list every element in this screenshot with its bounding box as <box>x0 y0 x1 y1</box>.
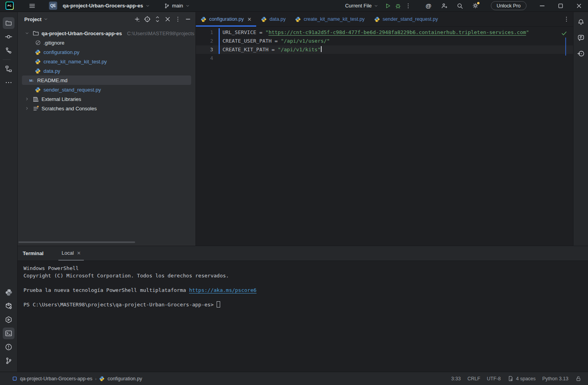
ai-assistant-button[interactable] <box>575 32 587 44</box>
tree-item-qa-project-urban-grocers-app-es[interactable]: qa-project-Urban-Grocers-app-esC:\Users\… <box>18 29 195 38</box>
terminal-tab-local[interactable]: Local ✕ <box>58 246 84 261</box>
main-menu-button[interactable] <box>27 1 37 11</box>
status-encoding[interactable]: UTF-8 <box>487 376 501 381</box>
ai-assistant-titlebar-button[interactable]: @ <box>423 1 434 11</box>
tree-item-readme.md[interactable]: M↓README.md <box>22 76 191 85</box>
editor-tab-sender_stand_request.py[interactable]: sender_stand_request.py <box>369 12 443 26</box>
status-caret-position[interactable]: 3:33 <box>451 376 461 381</box>
run-button[interactable] <box>383 1 393 11</box>
notifications-button[interactable] <box>575 16 587 28</box>
editor-tab-data.py[interactable]: data.py <box>256 12 290 26</box>
at-spiral-icon: @ <box>426 2 432 9</box>
project-badge[interactable]: QE <box>49 2 57 10</box>
hide-panel-button[interactable] <box>183 14 193 24</box>
project-tool-button[interactable] <box>3 17 14 29</box>
version-control-tool-button[interactable] <box>3 355 14 367</box>
status-line-separator[interactable]: CRLF <box>467 376 480 381</box>
tree-item-sender-stand-request.py[interactable]: sender_stand_request.py <box>18 85 195 94</box>
line-number[interactable]: 3 <box>196 45 213 54</box>
terminal-output[interactable]: Windows PowerShellCopyright (C) Microsof… <box>18 261 588 308</box>
project-widget-name: qa-project-Urban-Grocers-app-es <box>63 3 143 9</box>
project-tree[interactable]: qa-project-Urban-Grocers-app-esC:\Users\… <box>18 26 195 113</box>
editor-tab-create_kit_name_kit_test.py[interactable]: create_kit_name_kit_test.py <box>290 12 369 26</box>
terminal-tool-button[interactable] <box>3 327 14 339</box>
text-caret <box>321 46 322 52</box>
chevron-right-icon[interactable] <box>24 96 30 102</box>
expand-all-button[interactable] <box>152 14 163 24</box>
horizontal-scrollbar-thumb[interactable] <box>18 241 135 243</box>
settings-button[interactable] <box>470 1 481 11</box>
chevron-down-icon[interactable] <box>24 31 30 36</box>
tab-list-button[interactable] <box>560 12 573 26</box>
git-branch-icon <box>164 3 170 9</box>
python-console-tool-button[interactable] <box>3 286 14 298</box>
tab-close-icon[interactable]: ✕ <box>247 16 251 22</box>
learn-button[interactable] <box>575 48 587 59</box>
project-widget[interactable]: qa-project-Urban-Grocers-app-es <box>60 1 153 11</box>
collapse-icon <box>164 16 171 23</box>
terminal-tab-close-icon[interactable]: ✕ <box>77 250 81 256</box>
folder-icon <box>5 20 12 27</box>
inspections-ok-icon[interactable] <box>561 30 568 37</box>
search-everywhere-button[interactable] <box>455 1 465 11</box>
run-configuration-widget[interactable]: Current File <box>345 3 379 9</box>
structure-tool-button[interactable] <box>3 63 14 75</box>
tree-item-label: sender_stand_request.py <box>43 87 101 93</box>
terminal-link[interactable]: https://aka.ms/pscore6 <box>189 287 257 293</box>
debug-button[interactable] <box>393 1 403 11</box>
tree-item-configuration.py[interactable]: configuration.py <box>18 47 195 57</box>
collapse-all-button[interactable] <box>163 14 173 24</box>
tree-item-create-kit-name-kit-test.py[interactable]: create_kit_name_kit_test.py <box>18 57 195 66</box>
pull-request-icon <box>5 47 13 54</box>
python-file-icon <box>99 376 105 381</box>
line-number[interactable]: 4 <box>196 54 213 63</box>
code-editor[interactable]: 1URL_SERVICE = "https://cnt-c91a2d5f-c98… <box>196 27 573 246</box>
minimize-icon <box>539 2 546 9</box>
panel-options-button[interactable] <box>173 14 183 24</box>
run-config-label: Current File <box>345 3 372 9</box>
code-with-me-button[interactable] <box>439 1 449 11</box>
tree-item-scratches-and-consoles[interactable]: Scratches and Consoles <box>18 104 195 113</box>
problems-tool-button[interactable] <box>3 341 14 353</box>
chevron-right-icon[interactable] <box>24 106 30 111</box>
code-line-3: 3CREATE_KIT_PATH = "/api/v1/kits" <box>196 45 573 54</box>
editor-tab-configuration.py[interactable]: configuration.py✕ <box>196 12 256 26</box>
tree-item-data.py[interactable]: data.py <box>18 66 195 76</box>
services-tool-button[interactable] <box>3 314 14 326</box>
vcs-widget[interactable]: main <box>161 1 193 11</box>
package-icon <box>5 302 13 310</box>
problems-icon <box>5 343 13 351</box>
minimize-button[interactable] <box>533 0 551 12</box>
status-lock[interactable] <box>575 375 582 382</box>
structure-icon <box>5 65 13 73</box>
more-actions-button[interactable] <box>403 1 413 11</box>
pull-requests-tool-button[interactable] <box>3 45 14 56</box>
settings-notification-dot <box>477 2 479 4</box>
status-interpreter[interactable]: Python 3.13 <box>542 376 568 381</box>
locate-file-button[interactable] <box>142 14 152 24</box>
status-breadcrumb-project[interactable]: qa-project-Urban-Grocers-app-es <box>20 376 92 381</box>
chevron-down-icon[interactable] <box>43 16 49 22</box>
line-number[interactable]: 2 <box>196 37 213 45</box>
chevron-down-icon <box>145 3 150 9</box>
status-label: Python 3.13 <box>542 376 568 381</box>
code-line-1: 1URL_SERVICE = "https://cnt-c91a2d5f-c98… <box>196 28 573 37</box>
line-number[interactable]: 1 <box>196 28 213 37</box>
maximize-button[interactable] <box>551 0 570 12</box>
more-tool-windows-button[interactable] <box>3 77 14 88</box>
git-branch-icon <box>5 357 13 365</box>
commit-tool-button[interactable] <box>3 31 14 43</box>
status-breadcrumb-file[interactable]: configuration.py <box>107 376 142 381</box>
tree-item-external-libraries[interactable]: External Libraries <box>18 94 195 104</box>
kebab-icon <box>405 2 412 9</box>
unlock-pro-button[interactable]: Unlock Pro <box>491 1 526 10</box>
status-indent[interactable]: 4 spaces <box>507 375 536 382</box>
add-button[interactable] <box>132 14 142 24</box>
vcs-change-marker <box>219 28 220 54</box>
python-packages-tool-button[interactable] <box>3 300 14 312</box>
python-file-icon <box>34 49 41 56</box>
target-icon <box>144 16 151 23</box>
terminal-icon <box>5 329 13 337</box>
tree-item-.gitignore[interactable]: .gitignore <box>18 38 195 47</box>
close-button[interactable] <box>570 0 588 12</box>
